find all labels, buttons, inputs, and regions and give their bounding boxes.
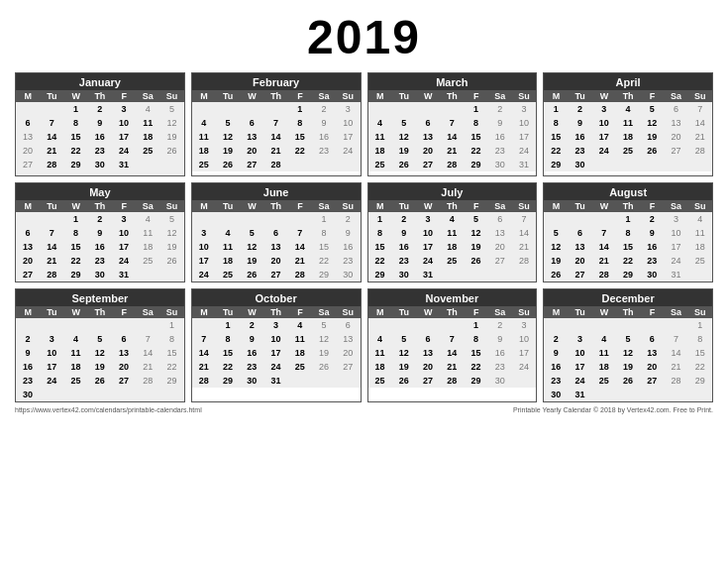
day-cell: 21 [688, 130, 712, 144]
day-header-f: F [112, 90, 136, 102]
day-cell: 12 [240, 240, 263, 254]
day-cell: 18 [368, 144, 392, 158]
day-headers: MTuWThFSaSu [544, 90, 712, 102]
day-cell: 12 [616, 346, 640, 360]
day-cell [288, 158, 312, 171]
day-cell: 15 [688, 346, 712, 360]
day-cell: 24 [336, 144, 360, 158]
day-cell: 22 [616, 254, 640, 268]
day-cell: 11 [64, 346, 88, 360]
day-cell: 15 [368, 240, 392, 254]
day-header-tu: Tu [392, 90, 416, 102]
day-cell: 3 [592, 102, 616, 116]
day-header-tu: Tu [392, 200, 416, 212]
day-cell: 18 [592, 360, 616, 374]
day-cell: 23 [544, 374, 568, 388]
day-cell: 2 [488, 318, 512, 332]
day-header-m: M [544, 306, 568, 318]
day-cell: 24 [192, 268, 216, 282]
days-grid: 1234567891011121314151617181920212223242… [16, 102, 184, 175]
day-cell: 13 [416, 346, 440, 360]
day-cell: 18 [136, 130, 159, 144]
day-cell [392, 102, 416, 116]
day-cell: 24 [112, 144, 136, 158]
day-cell: 26 [392, 158, 416, 171]
day-cell: 18 [616, 130, 640, 144]
day-cell: 5 [544, 226, 568, 240]
day-header-m: M [368, 306, 392, 318]
days-grid: 1234567891011121314151617181920212223242… [544, 318, 712, 401]
day-cell [569, 212, 592, 226]
day-cell: 15 [465, 346, 488, 360]
day-cell: 16 [240, 346, 263, 360]
day-cell: 4 [440, 212, 464, 226]
day-cell: 21 [288, 254, 312, 268]
day-cell: 13 [16, 240, 40, 254]
day-cell [368, 102, 392, 116]
day-header-f: F [112, 306, 136, 318]
day-cell: 16 [88, 130, 112, 144]
day-cell [640, 318, 664, 332]
day-cell [688, 268, 712, 282]
day-cell: 2 [640, 212, 664, 226]
day-cell: 8 [64, 226, 88, 240]
day-cell: 31 [665, 268, 688, 282]
day-cell: 27 [488, 254, 512, 268]
day-cell: 22 [544, 144, 568, 158]
day-cell: 30 [569, 158, 592, 171]
day-cell: 14 [264, 130, 288, 144]
day-headers: MTuWThFSaSu [16, 90, 184, 102]
day-header-th: Th [264, 200, 288, 212]
day-cell: 5 [616, 332, 640, 346]
day-cell: 15 [160, 346, 184, 360]
day-cell: 7 [592, 226, 616, 240]
day-cell: 27 [665, 144, 688, 158]
month-july: JulyMTuWThFSaSu1234567891011121314151617… [367, 182, 538, 282]
day-header-th: Th [616, 306, 640, 318]
day-cell: 3 [192, 226, 216, 240]
day-cell: 11 [688, 226, 712, 240]
day-cell: 5 [216, 116, 240, 130]
day-cell: 8 [616, 226, 640, 240]
day-cell: 11 [592, 346, 616, 360]
day-cell: 7 [688, 102, 712, 116]
day-cell: 4 [592, 332, 616, 346]
day-cell: 1 [312, 212, 336, 226]
day-cell: 13 [416, 130, 440, 144]
day-cell: 18 [64, 360, 88, 374]
day-headers: MTuWThFSaSu [192, 200, 361, 212]
day-header-sa: Sa [665, 306, 688, 318]
day-cell: 17 [40, 360, 63, 374]
day-header-sa: Sa [488, 90, 512, 102]
day-cell [16, 212, 40, 226]
day-header-su: Su [160, 200, 184, 212]
day-cell: 9 [569, 116, 592, 130]
day-cell: 12 [544, 240, 568, 254]
day-cell: 30 [392, 268, 416, 282]
day-header-w: W [240, 90, 263, 102]
day-cell: 12 [392, 346, 416, 360]
day-cell: 11 [136, 226, 159, 240]
day-header-th: Th [440, 200, 464, 212]
day-cell: 20 [240, 144, 263, 158]
day-headers: MTuWThFSaSu [544, 306, 712, 318]
day-cell: 6 [416, 116, 440, 130]
day-cell [512, 374, 536, 388]
day-header-th: Th [440, 90, 464, 102]
month-header: July [368, 183, 537, 200]
month-april: AprilMTuWThFSaSu123456789101112131415161… [543, 72, 713, 176]
day-cell: 23 [16, 374, 40, 388]
day-cell: 4 [64, 332, 88, 346]
day-header-th: Th [440, 306, 464, 318]
day-cell [192, 318, 216, 332]
day-cell: 24 [512, 144, 536, 158]
day-cell [440, 268, 464, 282]
month-header: September [16, 289, 184, 306]
day-cell [112, 318, 136, 332]
day-header-tu: Tu [216, 90, 240, 102]
day-cell [392, 318, 416, 332]
day-cell: 20 [16, 254, 40, 268]
day-cell [16, 102, 40, 116]
day-cell: 22 [465, 144, 488, 158]
day-cell: 4 [368, 332, 392, 346]
